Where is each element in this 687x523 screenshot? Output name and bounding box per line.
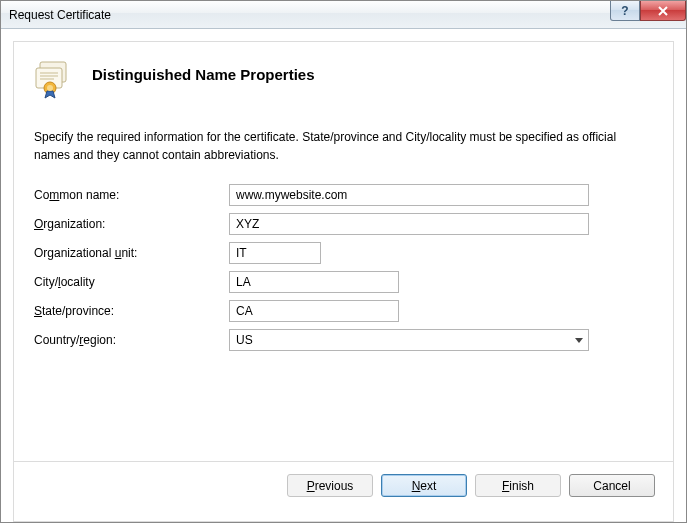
close-icon: [657, 5, 669, 17]
organization-input[interactable]: [229, 213, 589, 235]
titlebar: Request Certificate ?: [1, 1, 686, 29]
country-value[interactable]: [229, 329, 589, 351]
help-icon: ?: [619, 5, 631, 17]
content-area: Distinguished Name Properties Specify th…: [1, 29, 686, 522]
org-unit-input[interactable]: [229, 242, 321, 264]
row-common-name: Common name:: [34, 184, 653, 206]
row-state: State/province:: [34, 300, 653, 322]
titlebar-buttons: ?: [610, 1, 686, 21]
window-title: Request Certificate: [9, 8, 111, 22]
previous-button: Previous: [287, 474, 373, 497]
state-input[interactable]: [229, 300, 399, 322]
common-name-input[interactable]: [229, 184, 589, 206]
row-country: Country/region:: [34, 329, 653, 351]
form: Common name: Organization: Organizationa…: [34, 184, 653, 351]
page-title: Distinguished Name Properties: [92, 66, 315, 83]
row-city: City/locality: [34, 271, 653, 293]
dialog-window: Request Certificate ?: [0, 0, 687, 523]
description-text: Specify the required information for the…: [34, 128, 653, 164]
label-city: City/locality: [34, 275, 229, 289]
next-button[interactable]: Next: [381, 474, 467, 497]
country-select[interactable]: [229, 329, 589, 351]
label-common-name: Common name:: [34, 188, 229, 202]
label-organization: Organization:: [34, 217, 229, 231]
label-org-unit: Organizational unit:: [34, 246, 229, 260]
certificate-icon: [34, 60, 78, 100]
label-state: State/province:: [34, 304, 229, 318]
svg-text:?: ?: [621, 5, 628, 17]
wizard-footer: Previous Next Finish Cancel: [14, 461, 673, 509]
spacer: [34, 351, 653, 461]
label-country: Country/region:: [34, 333, 229, 347]
row-organization: Organization:: [34, 213, 653, 235]
svg-point-7: [47, 85, 53, 91]
finish-button: Finish: [475, 474, 561, 497]
page-header: Distinguished Name Properties: [34, 60, 653, 100]
help-button[interactable]: ?: [610, 1, 640, 21]
close-button[interactable]: [640, 1, 686, 21]
city-input[interactable]: [229, 271, 399, 293]
cancel-button[interactable]: Cancel: [569, 474, 655, 497]
row-org-unit: Organizational unit:: [34, 242, 653, 264]
inner-panel: Distinguished Name Properties Specify th…: [13, 41, 674, 522]
